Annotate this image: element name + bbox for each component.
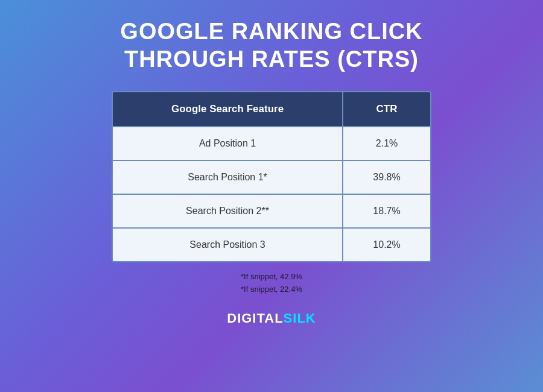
table-cell-feature: Search Position 3 (113, 228, 343, 261)
header-feature: Google Search Feature (113, 92, 343, 127)
page-title: GOOGLE RANKING CLICK THROUGH RATES (CTRS… (120, 18, 422, 73)
table-cell-feature: Ad Position 1 (113, 127, 343, 160)
table-cell-ctr: 2.1% (343, 127, 430, 160)
ctr-table-container: Google Search Feature CTR Ad Position 12… (112, 91, 431, 262)
footnote-line1: *If snippet, 42.9% (241, 271, 302, 283)
footnotes: *If snippet, 42.9% *If snippet, 22.4% (241, 271, 302, 296)
table-cell-ctr: 18.7% (343, 194, 430, 228)
table-header-row: Google Search Feature CTR (113, 92, 430, 127)
ctr-table: Google Search Feature CTR Ad Position 12… (113, 92, 430, 261)
table-row: Search Position 2**18.7% (113, 194, 430, 228)
table-cell-feature: Search Position 1* (113, 160, 343, 194)
brand-digital: DIGITAL (227, 311, 283, 326)
table-cell-ctr: 10.2% (343, 228, 430, 261)
table-row: Search Position 310.2% (113, 228, 430, 261)
brand-silk: SILK (284, 311, 316, 326)
table-cell-ctr: 39.8% (343, 160, 430, 194)
header-ctr: CTR (343, 92, 430, 127)
table-cell-feature: Search Position 2** (113, 194, 343, 228)
footnote-line2: *If snippet, 22.4% (241, 283, 302, 296)
table-row: Search Position 1*39.8% (113, 160, 430, 194)
table-row: Ad Position 12.1% (113, 127, 430, 160)
branding: DIGITAL SILK (227, 311, 316, 326)
